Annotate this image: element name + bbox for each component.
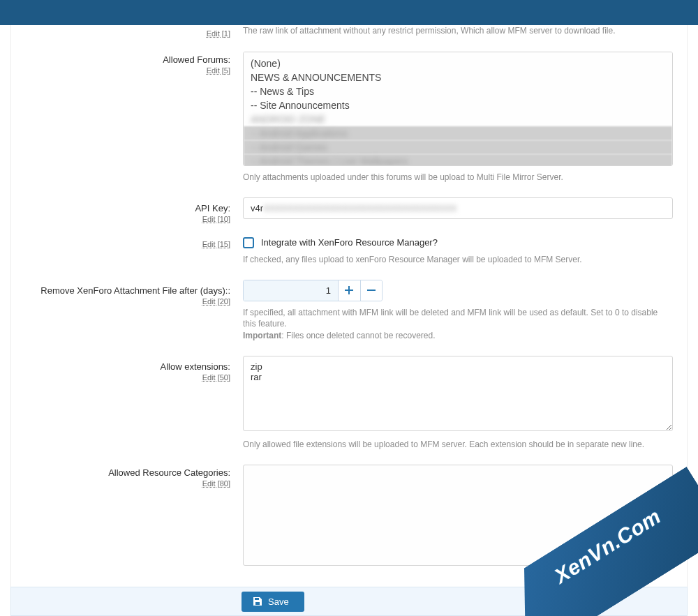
label-allow-extensions: Allow extensions:: [161, 361, 230, 372]
save-button[interactable]: Save: [242, 592, 304, 612]
allowed-forums-select[interactable]: (None)NEWS & ANNOUNCEMENTS-- News & Tips…: [243, 52, 673, 166]
forum-option[interactable]: (None): [251, 57, 665, 70]
integrate-xfrm-label: Integrate with XenForo Resource Manager?: [261, 237, 438, 248]
save-bar: Save: [10, 587, 688, 616]
options-form: Edit [1] The raw link of attachment with…: [10, 25, 688, 615]
spinner-plus-button[interactable]: [338, 280, 360, 301]
help-extensions: Only allowed file extensions will be upl…: [243, 439, 673, 451]
forum-option[interactable]: -- Android Games: [244, 140, 672, 154]
label-allowed-forums: Allowed Forums:: [163, 54, 230, 65]
edit-link-10[interactable]: Edit [10]: [202, 215, 230, 223]
save-label: Save: [268, 596, 289, 607]
remove-days-input[interactable]: [244, 280, 338, 301]
help-integrate: If checked, any files upload to xenForo …: [243, 254, 673, 266]
edit-link-80[interactable]: Edit [80]: [202, 479, 230, 488]
edit-link-5[interactable]: Edit [5]: [207, 66, 230, 75]
checkbox-icon: [243, 237, 254, 248]
edit-link-1[interactable]: Edit [1]: [207, 29, 230, 38]
edit-link-50[interactable]: Edit [50]: [202, 373, 230, 382]
forum-option[interactable]: -- Android Themes | Live Wallpapers: [244, 154, 672, 166]
save-icon: [253, 596, 262, 606]
label-remove-days: Remove XenForo Attachment File after (da…: [40, 285, 230, 296]
forum-option[interactable]: -- Site Announcements: [251, 98, 665, 112]
integrate-xfrm-checkbox[interactable]: Integrate with XenForo Resource Manager?: [243, 237, 673, 248]
spinner-minus-button[interactable]: [360, 280, 383, 301]
label-api-key: API Key:: [195, 203, 230, 213]
edit-link-15[interactable]: Edit [15]: [202, 240, 230, 248]
edit-link-20[interactable]: Edit [20]: [202, 297, 230, 306]
allow-extensions-input[interactable]: zip rar: [243, 356, 673, 431]
help-allowed-forums: Only attachments uploaded under this for…: [243, 172, 673, 183]
forum-option[interactable]: ANDROID ZONE: [251, 112, 665, 126]
allowed-categories-select[interactable]: [243, 465, 673, 566]
forum-option[interactable]: -- Android Applications: [244, 126, 672, 140]
help-remove-days: If specified, all attachment with MFM li…: [243, 307, 673, 342]
forum-option[interactable]: -- News & Tips: [251, 84, 665, 98]
label-allowed-categories: Allowed Resource Categories:: [108, 467, 230, 478]
api-key-input[interactable]: v4rXXXXXXXXXXXXXXXXXXXXXXXXXXXXXXXX: [243, 197, 673, 219]
forum-option[interactable]: NEWS & ANNOUNCEMENTS: [251, 70, 665, 84]
remove-days-spinner: [243, 280, 383, 301]
top-bar: [0, 0, 698, 25]
help-raw-link: The raw link of attachment without any r…: [243, 25, 673, 37]
svg-rect-0: [367, 290, 376, 291]
